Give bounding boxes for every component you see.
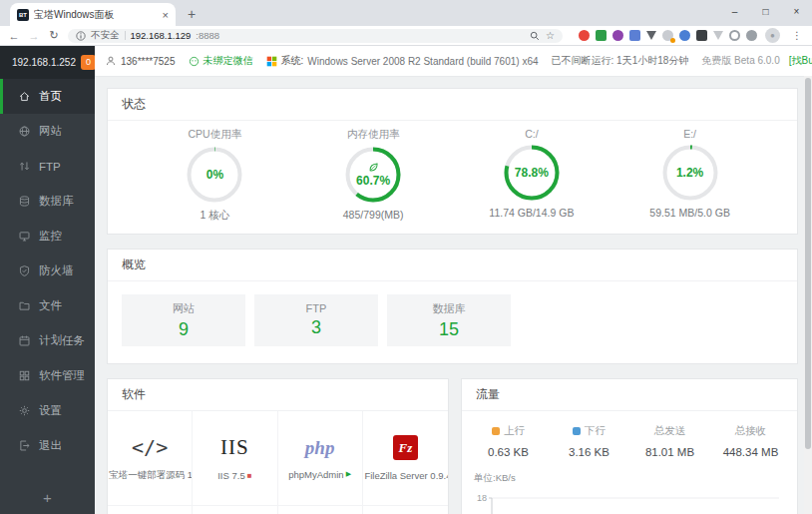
extension-purple-icon[interactable] [612,30,623,41]
sidebar-item-logout[interactable]: 退出 [0,428,95,463]
zoom-search-icon[interactable] [530,31,540,41]
extension-gray-icon[interactable] [746,30,757,41]
sidebar-menu: 首页网站FTP数据库监控防火墙文件计划任务软件管理设置退出 [0,79,95,480]
gauge-ring: 60.7% [344,146,402,204]
status-stopped-icon: ■ [247,472,252,480]
sidebar-item-label: 设置 [39,403,62,418]
window-maximize-button[interactable]: □ [750,0,781,22]
sidebar-item-site[interactable]: 网站 [0,114,95,149]
gauge-ring: 78.8% [503,144,561,202]
reload-icon[interactable]: ↻ [48,29,60,42]
browser-avatar[interactable]: ● [765,28,780,43]
gauge-cpu: CPU使用率0%1 核心 [149,128,280,223]
sidebar-add-button[interactable]: + [0,480,95,514]
extension-blue-square-icon[interactable] [629,30,640,41]
sidebar-item-label: 退出 [39,438,62,453]
gear-icon [18,404,31,417]
overview-panel: 概览 网站9FTP3数据库15 [107,249,798,364]
extension-light-arrow-icon[interactable] [713,31,723,40]
extension-green-icon[interactable] [596,30,607,41]
traffic-stat-name: 总发送 [654,424,686,438]
extension-dark-icon[interactable] [696,30,707,41]
sidebar-item-database[interactable]: 数据库 [0,184,95,219]
wechat-bind-link[interactable]: 未绑定微信 [189,54,253,68]
software-cell-php52[interactable]: phpPHP-5.2▶ [108,506,193,514]
extension-red-icon[interactable] [579,30,590,41]
gauge-caption: 485/799(MB) [343,209,404,221]
sidebar-item-software[interactable]: 软件管理 [0,358,95,393]
overview-card-ftp[interactable]: FTP3 [254,294,378,346]
forward-icon[interactable]: → [28,30,40,42]
browser-menu-icon[interactable]: ⋮ [792,30,802,41]
overview-card-sites[interactable]: 网站9 [122,294,245,346]
tab-close-icon[interactable]: × [163,9,169,21]
new-tab-button[interactable]: + [188,6,196,22]
overview-card-value: 15 [439,319,459,340]
gauge-memory: 内存使用率60.7%485/799(MB) [307,128,439,223]
sidebar-header: 192.168.1.252 0 [0,46,95,79]
account-menu[interactable]: 136****7525 [105,55,176,67]
gauge-value: 78.8% [503,144,561,202]
bug-reward-link[interactable]: [找Bug奖宝塔币] [789,54,812,68]
software-cell-deploy[interactable]: </>宝塔一键部署源码 1.0▶ [108,411,193,506]
software-name: 宝塔一键部署源码 1.0 [109,469,193,482]
sidebar-item-settings[interactable]: 设置 [0,393,95,428]
release-memory-leaf-icon [368,162,379,173]
window-controls: – □ × [719,0,812,22]
message-badge[interactable]: 0 [81,55,96,70]
version-label: 免费版 Beta 6.0.0 [701,54,779,68]
php-logo: php [305,437,335,458]
traffic-stat-value: 3.16 KB [549,446,629,458]
back-icon[interactable]: ← [8,30,20,42]
page-scrollbar [804,76,812,514]
traffic-stat-down: 下行3.16 KB [549,424,629,458]
traffic-stat-label: 上行 [468,424,549,438]
software-cell-waf[interactable]: WAF宝塔IIS防火墙 1.0▶ [278,506,363,514]
scrollbar-thumb[interactable] [805,78,811,449]
sidebar-item-files[interactable]: 文件 [0,288,95,323]
traffic-stats: 上行0.63 KB下行3.16 KB总发送81.01 MB总接收448.34 M… [462,411,797,460]
traffic-area-chart: 1815129630 [468,488,785,514]
overview-panel-title: 概览 [108,250,797,281]
sidebar-item-monitor[interactable]: 监控 [0,219,95,254]
uptime-label: 已不间断运行: 1天1小时18分钟 [552,54,689,68]
sidebar-item-label: 文件 [39,298,62,313]
software-logo: php [305,437,335,459]
window-close-button[interactable]: × [781,0,812,22]
url-host: 192.168.1.129 [131,30,192,41]
software-cell-iis[interactable]: IISIIS 7.5■ [193,411,277,506]
software-cell-redis[interactable]: redis 1.0▶ [193,506,277,514]
traffic-stat-name: 下行 [585,424,606,438]
software-cell-filezilla[interactable]: FzFileZilla Server 0.9.41▶ [363,411,448,506]
server-ip: 192.168.1.252 [12,57,76,68]
sidebar-item-cron[interactable]: 计划任务 [0,323,95,358]
overview-card-label: 网站 [173,301,195,316]
software-cell-phpmyadmin[interactable]: phpphpMyAdmin▶ [278,411,363,506]
sidebar-item-home[interactable]: 首页 [0,79,95,114]
system-info: 系统: Windows Server 2008 R2 Standard (bui… [266,54,539,68]
sidebar-item-firewall[interactable]: 防火墙 [0,254,95,288]
software-name: FileZilla Server 0.9.41 [364,470,448,481]
extension-badged-icon[interactable] [662,30,673,41]
security-label: 不安全 [91,29,120,42]
overview-cards: 网站9FTP3数据库15 [108,281,797,363]
sidebar-item-label: 软件管理 [39,368,85,383]
extension-funnel-icon[interactable] [646,31,656,40]
chart-unit-label: 单位:KB/s [474,472,797,485]
windows-icon [266,56,277,67]
home-icon [18,90,31,103]
sidebar-item-label: 监控 [39,229,62,244]
globe-icon [18,125,31,138]
sidebar-item-ftp[interactable]: FTP [0,149,95,184]
overview-card-value: 3 [311,317,321,338]
window-minimize-button[interactable]: – [719,0,750,22]
bookmark-star-icon[interactable]: ☆ [546,30,555,41]
traffic-stat-name: 上行 [504,424,525,438]
ftp-icon [18,160,31,173]
url-input[interactable]: 不安全 192.168.1.129:8888 ☆ [68,29,563,43]
gauge-percent: 60.7% [356,174,390,188]
overview-card-databases[interactable]: 数据库15 [387,294,511,346]
browser-tab[interactable]: BT 宝塔Windows面板 × [10,3,176,26]
extension-blue-circle-icon[interactable] [679,30,690,41]
extension-history-icon[interactable] [729,30,740,41]
